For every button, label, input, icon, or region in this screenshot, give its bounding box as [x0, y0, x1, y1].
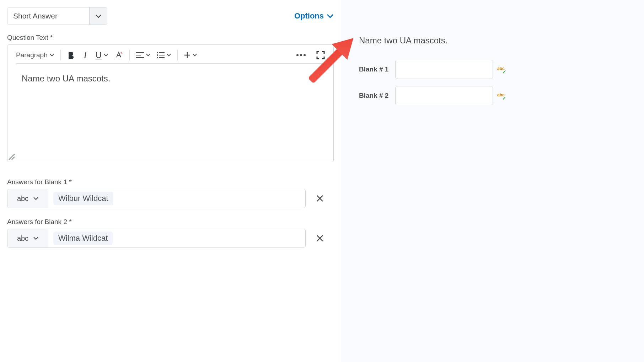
- options-link[interactable]: Options: [294, 11, 334, 21]
- remove-answer-button[interactable]: [316, 195, 327, 202]
- italic-button[interactable]: I: [81, 50, 89, 60]
- answer-chip: Wilma Wildcat: [53, 231, 113, 245]
- chevron-down-icon: [33, 237, 38, 240]
- insert-button[interactable]: [184, 52, 197, 58]
- fullscreen-button[interactable]: [316, 51, 325, 59]
- text-color-button[interactable]: [114, 51, 123, 59]
- svg-point-12: [300, 54, 302, 56]
- remove-answer-button[interactable]: [316, 235, 327, 242]
- preview-question-text: Name two UA mascots.: [359, 36, 630, 46]
- answer-mode-label: abc: [17, 195, 28, 203]
- question-text-area[interactable]: Name two UA mascots.: [7, 64, 333, 153]
- svg-point-3: [157, 52, 158, 53]
- answer-section-label: Answers for Blank 1 *: [7, 178, 334, 186]
- question-text-content: Name two UA mascots.: [22, 74, 110, 83]
- preview-blank-label: Blank # 1: [359, 65, 391, 73]
- svg-line-15: [12, 157, 15, 160]
- svg-point-11: [296, 54, 299, 56]
- svg-point-5: [157, 57, 158, 58]
- svg-point-13: [304, 54, 306, 56]
- resize-handle-icon[interactable]: [7, 153, 15, 160]
- bold-button[interactable]: [67, 51, 75, 59]
- rte-toolbar: Paragraph I U: [7, 45, 333, 63]
- rich-text-editor: Paragraph I U: [7, 44, 334, 162]
- svg-point-4: [157, 54, 158, 56]
- align-button[interactable]: [136, 52, 150, 58]
- list-button[interactable]: [157, 52, 171, 58]
- block-format-select[interactable]: Paragraph: [16, 51, 54, 59]
- chevron-down-icon: [167, 54, 171, 57]
- underline-button[interactable]: U: [96, 50, 108, 60]
- answer-input-blank-2[interactable]: abc Wilma Wildcat: [7, 229, 306, 248]
- question-type-label: Short Answer: [7, 7, 89, 25]
- preview-blank-label: Blank # 2: [359, 92, 391, 100]
- preview-blank-input-2[interactable]: [395, 86, 493, 105]
- block-format-label: Paragraph: [16, 51, 48, 59]
- answer-mode-label: abc: [17, 234, 28, 243]
- question-type-select[interactable]: Short Answer: [7, 7, 107, 25]
- close-icon: [316, 235, 323, 242]
- options-label: Options: [294, 11, 324, 21]
- question-text-label: Question Text *: [7, 34, 334, 42]
- svg-line-14: [9, 154, 15, 160]
- chevron-down-icon[interactable]: [89, 7, 107, 25]
- answer-chip: Wilbur Wildcat: [53, 192, 113, 205]
- chevron-down-icon: [50, 54, 54, 57]
- answer-input-blank-1[interactable]: abc Wilbur Wildcat: [7, 189, 306, 208]
- answer-mode-select[interactable]: abc: [7, 189, 48, 208]
- chevron-down-icon: [33, 197, 38, 200]
- answer-mode-select[interactable]: abc: [7, 229, 48, 247]
- answer-section-label: Answers for Blank 2 *: [7, 218, 334, 226]
- chevron-down-icon: [146, 54, 150, 57]
- chevron-down-icon: [327, 14, 334, 18]
- spellcheck-indicator-icon: abc: [497, 92, 506, 99]
- chevron-down-icon: [104, 54, 108, 57]
- close-icon: [316, 195, 323, 202]
- more-button[interactable]: [296, 54, 306, 56]
- spellcheck-indicator-icon: abc: [497, 66, 506, 73]
- chevron-down-icon: [193, 54, 197, 57]
- preview-blank-input-1[interactable]: [395, 60, 493, 79]
